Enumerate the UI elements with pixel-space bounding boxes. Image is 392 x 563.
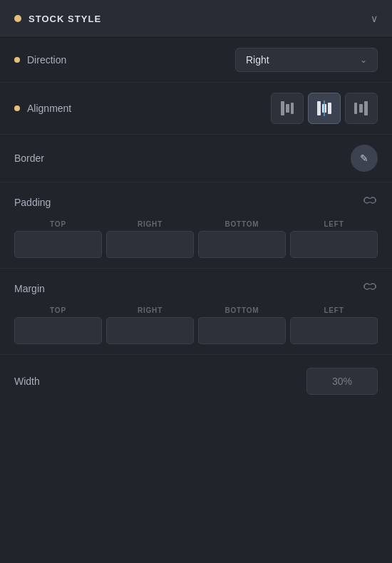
padding-bottom-label: BOTTOM — [198, 220, 286, 228]
margin-right-col: RIGHT — [106, 306, 194, 344]
width-row: Width 30% — [0, 355, 392, 408]
alignment-buttons — [271, 93, 378, 124]
padding-inputs: TOP RIGHT BOTTOM LEFT — [14, 220, 378, 258]
align-center-icon — [316, 99, 332, 118]
padding-chain-icon — [362, 192, 378, 208]
margin-link-icon[interactable] — [362, 279, 378, 298]
alignment-row: Alignment — [0, 83, 392, 135]
padding-section: Padding TOP — [0, 182, 392, 269]
padding-link-icon[interactable] — [362, 192, 378, 212]
margin-top-label: TOP — [14, 306, 102, 314]
margin-chain-icon — [362, 279, 378, 294]
width-value[interactable]: 30% — [306, 368, 378, 395]
align-left-button[interactable] — [271, 93, 304, 124]
svg-rect-0 — [281, 101, 284, 115]
direction-label: Direction — [27, 54, 66, 66]
margin-section: Margin TOP RIGHT — [0, 269, 392, 355]
align-right-button[interactable] — [345, 93, 378, 124]
margin-top-col: TOP — [14, 306, 102, 344]
margin-bottom-input[interactable] — [198, 317, 286, 344]
margin-header: Margin — [14, 279, 378, 298]
svg-rect-1 — [286, 104, 289, 113]
direction-value: Right — [246, 54, 269, 66]
svg-rect-3 — [317, 101, 321, 115]
padding-bottom-input[interactable] — [198, 231, 286, 258]
direction-dot — [14, 57, 20, 63]
padding-label: Padding — [14, 197, 51, 208]
border-edit-button[interactable]: ✎ — [351, 145, 378, 172]
panel-content: Direction Right ⌄ Alignment — [0, 38, 392, 563]
margin-label: Margin — [14, 283, 45, 294]
padding-top-input[interactable] — [14, 231, 102, 258]
padding-header: Padding — [14, 192, 378, 212]
direction-row: Direction Right ⌄ — [0, 38, 392, 83]
header-dot — [14, 15, 21, 22]
padding-bottom-col: BOTTOM — [198, 220, 286, 258]
dropdown-chevron-icon: ⌄ — [360, 55, 367, 65]
padding-left-col: LEFT — [290, 220, 378, 258]
align-left-icon — [279, 99, 295, 118]
align-right-icon — [354, 99, 369, 118]
alignment-label: Alignment — [27, 103, 71, 114]
svg-rect-13 — [368, 199, 371, 202]
margin-bottom-label: BOTTOM — [198, 306, 286, 314]
padding-right-label: RIGHT — [106, 220, 194, 228]
svg-rect-7 — [354, 103, 357, 114]
margin-inputs: TOP RIGHT BOTTOM LEFT — [14, 306, 378, 344]
padding-left-label: LEFT — [290, 220, 378, 228]
padding-right-input[interactable] — [106, 231, 194, 258]
padding-top-col: TOP — [14, 220, 102, 258]
svg-rect-18 — [368, 285, 371, 288]
panel-header-left: STOCK STYLE — [14, 14, 101, 24]
margin-right-label: RIGHT — [106, 306, 194, 314]
svg-rect-5 — [328, 103, 331, 114]
svg-rect-8 — [359, 104, 363, 113]
direction-label-group: Direction — [14, 54, 66, 66]
alignment-dot — [14, 105, 20, 111]
collapse-icon[interactable]: ∨ — [371, 13, 378, 24]
panel: STOCK STYLE ∨ Direction Right ⌄ Alignmen… — [0, 0, 392, 563]
width-label: Width — [14, 376, 40, 387]
padding-top-label: TOP — [14, 220, 102, 228]
panel-header: STOCK STYLE ∨ — [0, 0, 392, 38]
border-label: Border — [14, 153, 44, 164]
svg-rect-9 — [364, 101, 368, 115]
align-center-button[interactable] — [308, 93, 341, 124]
margin-right-input[interactable] — [106, 317, 194, 344]
margin-bottom-col: BOTTOM — [198, 306, 286, 344]
margin-left-col: LEFT — [290, 306, 378, 344]
padding-left-input[interactable] — [290, 231, 378, 258]
margin-left-input[interactable] — [290, 317, 378, 344]
panel-title: STOCK STYLE — [29, 14, 101, 24]
direction-dropdown[interactable]: Right ⌄ — [235, 48, 378, 72]
padding-right-col: RIGHT — [106, 220, 194, 258]
margin-left-label: LEFT — [290, 306, 378, 314]
border-row: Border ✎ — [0, 135, 392, 182]
svg-rect-2 — [291, 103, 294, 114]
edit-icon: ✎ — [360, 153, 368, 164]
margin-top-input[interactable] — [14, 317, 102, 344]
alignment-label-group: Alignment — [14, 103, 71, 114]
